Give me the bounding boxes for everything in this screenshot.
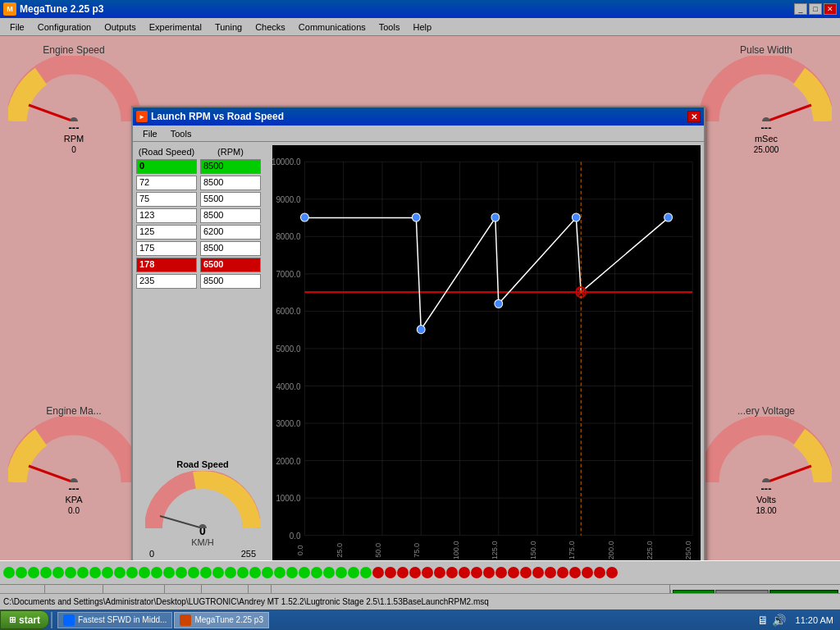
svg-text:250.0: 250.0 [684,541,692,559]
dialog-title-bar: ► Launch RPM vs Road Speed ✕ [133,107,704,126]
indicator-dot [323,567,335,578]
road-speed-label: Road Speed [136,459,269,469]
speed-cell-4[interactable]: 125 [136,225,197,240]
dialog-close-button[interactable]: ✕ [687,111,701,122]
indicator-dot [151,567,162,578]
indicator-dot [16,567,27,578]
battery-voltage-label: ...ery Voltage [701,405,832,417]
speed-cell-2[interactable]: 75 [136,192,197,207]
road-speed-minmax: 0 255 [149,549,256,559]
svg-text:2000.0: 2000.0 [276,456,301,465]
speed-cell-6[interactable]: 178 [136,258,197,272]
menu-tuning[interactable]: Tuning [208,21,249,34]
indicator-dot [545,567,556,578]
speed-cell-5[interactable]: 175 [136,241,197,256]
chart-area[interactable]: 10000.0 9000.0 8000.0 7000.0 6000.0 5000… [272,145,701,560]
taskbar-item-megatune[interactable]: MegaTune 2.25 p3 [174,612,269,628]
indicator-dot [188,567,199,578]
volume-icon: 🔊 [772,614,786,627]
indicator-dot [286,567,298,578]
minimize-button[interactable]: _ [794,3,807,15]
svg-point-65 [664,213,673,221]
svg-point-60 [495,299,503,308]
indicator-dot [483,567,495,578]
indicator-dot [274,567,285,578]
menu-file[interactable]: File [3,21,31,34]
svg-text:0.0: 0.0 [290,532,301,541]
menu-tools[interactable]: Tools [372,21,407,34]
menu-outputs[interactable]: Outputs [98,21,143,34]
indicator-dot [102,567,113,578]
svg-text:10000.0: 10000.0 [272,158,301,167]
indicator-dot [176,567,187,578]
indicator-dot [569,567,581,578]
close-button[interactable]: ✕ [824,3,837,15]
engine-speed-label: Engine Speed [8,44,139,56]
speed-cell-3[interactable]: 123 [136,208,197,223]
battery-voltage-max: 18.00 [701,506,832,515]
rpm-cell-0[interactable]: 8500 [200,159,261,174]
indicator-dot [459,567,470,578]
engine-map-min: 0.0 [8,506,139,515]
rpm-cell-4[interactable]: 6200 [200,225,261,240]
svg-line-2 [766,105,811,121]
road-speed-gauge-container: Road Speed 0 KM/H 0 25 [136,459,269,559]
rpm-cell-5[interactable]: 8500 [200,241,261,256]
menu-communications[interactable]: Communications [292,21,372,34]
maximize-button[interactable]: □ [809,3,822,15]
indicator-dot [360,567,372,578]
speed-cell-0[interactable]: 0 [136,159,197,174]
svg-text:3000.0: 3000.0 [276,419,301,428]
battery-voltage-sublabel: Volts [701,495,832,504]
rpm-cell-3[interactable]: 8500 [200,208,261,223]
indicator-dot [594,567,605,578]
menu-help[interactable]: Help [406,21,438,34]
indicator-dot [471,567,482,578]
title-bar-buttons[interactable]: _ □ ✕ [794,3,837,15]
table-row: 175 8500 [136,241,269,256]
svg-point-59 [491,213,500,221]
engine-speed-sublabel: RPM [8,134,139,144]
start-button[interactable]: ⊞ start [0,610,49,629]
rpm-cell-2[interactable]: 5500 [200,192,261,207]
rpm-cell-7[interactable]: 8500 [200,274,261,289]
svg-line-6 [766,466,811,482]
svg-text:200.0: 200.0 [607,541,615,559]
indicator-dot [495,567,507,578]
svg-point-57 [412,213,420,221]
dialog-title-text: Launch RPM vs Road Speed [151,111,284,122]
svg-line-4 [29,466,74,482]
indicator-dot [28,567,39,578]
road-speed-max: 255 [241,549,256,559]
dialog-menu-file[interactable]: File [136,127,164,140]
dialog-launch-rpm: ► Launch RPM vs Road Speed ✕ File Tools … [131,106,705,564]
indicator-bar [0,560,840,585]
indicator-dot [311,567,322,578]
menu-experimental[interactable]: Experimental [143,21,208,34]
svg-text:9000.0: 9000.0 [276,195,301,204]
indicator-dot [262,567,273,578]
rpm-cell-1[interactable]: 8500 [200,176,261,190]
rpm-cell-6[interactable]: 6500 [200,258,261,272]
taskbar-item-browser[interactable]: Fastest SFWD in Midd... [57,612,172,628]
table-headers: (Road Speed) (RPM) [136,147,269,157]
svg-text:0.0: 0.0 [297,546,305,556]
menu-configuration[interactable]: Configuration [31,21,98,34]
table-row: 178 6500 [136,258,269,272]
svg-text:7000.0: 7000.0 [276,270,301,279]
speed-cell-7[interactable]: 235 [136,274,197,289]
indicator-dot [446,567,458,578]
indicator-dot [163,567,175,578]
dialog-menu-tools[interactable]: Tools [164,127,199,140]
indicator-dot [520,567,532,578]
svg-point-3 [762,117,770,121]
menu-checks[interactable]: Checks [249,21,292,34]
svg-point-7 [762,478,770,482]
svg-line-0 [29,105,74,121]
indicator-dot [385,567,396,578]
indicator-dot [397,567,409,578]
svg-text:50.0: 50.0 [374,543,382,558]
svg-text:225.0: 225.0 [646,541,654,559]
svg-text:75.0: 75.0 [413,543,421,558]
speed-cell-1[interactable]: 72 [136,176,197,190]
